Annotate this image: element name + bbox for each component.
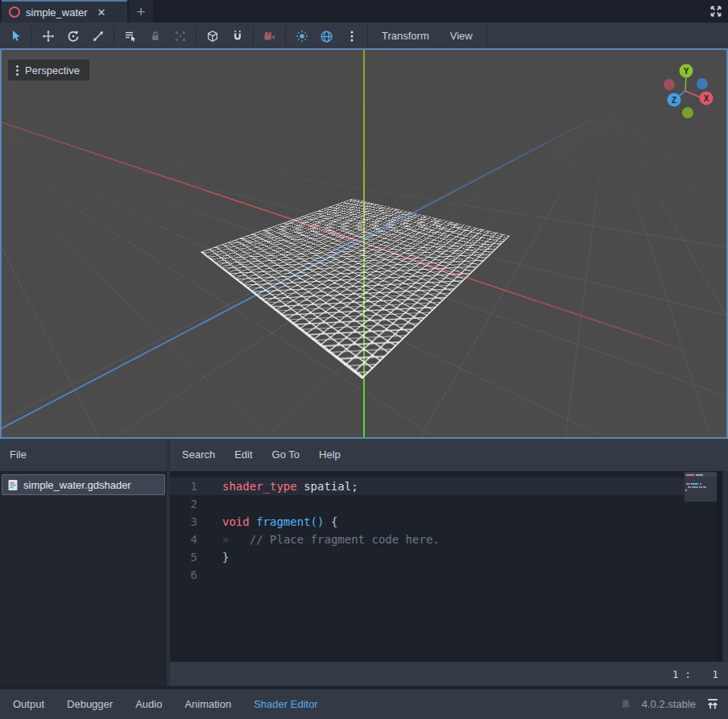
code-line[interactable]: 1shader_type spatial; xyxy=(170,477,722,495)
notification-bell-icon[interactable] xyxy=(619,698,632,711)
code-line[interactable]: 4» // Place fragment code here. xyxy=(170,531,722,548)
bottombar-tab-output[interactable]: Output xyxy=(2,689,56,719)
code-line[interactable]: 6 xyxy=(170,566,722,584)
list-select-tool-icon[interactable] xyxy=(118,23,143,50)
scene-icon xyxy=(9,6,20,18)
code-lines[interactable]: 1shader_type spatial;23void fragment() {… xyxy=(170,471,722,662)
editor-bottom-bar: OutputDebuggerAudioAnimationShader Edito… xyxy=(0,689,728,719)
close-tab-icon[interactable]: ✕ xyxy=(97,7,106,18)
rotate-tool-icon[interactable] xyxy=(60,23,85,50)
bottombar-tabs: OutputDebuggerAudioAnimationShader Edito… xyxy=(0,689,329,719)
gizmo-y-label: Y xyxy=(684,67,689,76)
fullscreen-icon[interactable] xyxy=(709,4,723,19)
minimap[interactable] xyxy=(685,472,717,502)
bottombar-tab-shader-editor[interactable]: Shader Editor xyxy=(242,689,329,719)
bottombar-tab-debugger[interactable]: Debugger xyxy=(56,689,124,719)
editor-right-gutter xyxy=(722,471,728,662)
perspective-label: Perspective xyxy=(25,64,80,76)
cursor-line-col: 1 : xyxy=(672,668,691,680)
gizmo-neg-y-axis[interactable] xyxy=(682,107,693,118)
toolbar-separator xyxy=(253,27,254,46)
editor-menus: SearchEditGo ToHelp xyxy=(170,439,728,471)
code-line[interactable]: 5} xyxy=(170,548,722,566)
viewport-toolbar: TransformView xyxy=(0,23,728,50)
toolbar-menu-view[interactable]: View xyxy=(440,23,483,50)
kebab-menu-icon xyxy=(16,65,19,76)
bottombar-tab-audio[interactable]: Audio xyxy=(124,689,173,719)
shader-file-icon xyxy=(7,479,19,491)
cursor-column: 1 xyxy=(712,668,718,680)
toolbar-separator xyxy=(486,27,487,46)
local-space-icon[interactable] xyxy=(200,23,225,50)
menu-edit[interactable]: Edit xyxy=(225,439,262,471)
gizmo-x-label: X xyxy=(704,94,709,103)
toolbar-separator xyxy=(285,27,286,46)
sun-icon[interactable] xyxy=(289,23,314,50)
tab-label: simple_water xyxy=(26,6,88,19)
scene-tab[interactable]: simple_water ✕ xyxy=(2,0,127,23)
snap-icon[interactable] xyxy=(225,23,250,50)
gizmo-z-label: Z xyxy=(672,96,676,105)
file-list-item[interactable]: simple_water.gdshader xyxy=(2,474,165,495)
shader-editor-panel: File simple_water.gdshader SearchEditGo … xyxy=(0,439,728,686)
toolbar-separator xyxy=(367,27,368,46)
lock-icon[interactable] xyxy=(143,23,168,50)
menu-go-to[interactable]: Go To xyxy=(263,439,309,471)
code-line[interactable]: 2 xyxy=(170,495,722,513)
code-editor[interactable]: 1shader_type spatial;23void fragment() {… xyxy=(170,471,728,662)
bottombar-tab-animation[interactable]: Animation xyxy=(173,689,242,719)
toolbar-separator xyxy=(196,27,196,46)
scene-tab-bar: simple_water ✕ + xyxy=(0,0,728,23)
move-tool-icon[interactable] xyxy=(35,23,60,50)
view-axis-gizmo[interactable]: Y X Z xyxy=(636,52,725,132)
new-tab-button[interactable]: + xyxy=(129,0,153,23)
select-tool-icon[interactable] xyxy=(3,23,28,50)
group-icon[interactable] xyxy=(168,23,192,50)
cursor-status-row: 1 : 1 xyxy=(170,662,728,686)
menu-help[interactable]: Help xyxy=(309,439,350,471)
toolbar-separator xyxy=(31,27,32,46)
water-plane-mesh xyxy=(240,129,470,359)
menu-search[interactable]: Search xyxy=(172,439,225,471)
code-line[interactable]: 3void fragment() { xyxy=(170,513,722,531)
toolbar-menu-transform[interactable]: Transform xyxy=(371,23,440,50)
kebab-menu-icon[interactable] xyxy=(339,23,364,50)
file-menu-row: File xyxy=(0,439,167,471)
viewport-canvas[interactable]: Perspective Y X Z xyxy=(2,50,726,437)
viewport-3d[interactable]: Perspective Y X Z xyxy=(0,48,728,439)
expand-bottom-panel-icon[interactable] xyxy=(705,697,720,711)
menu-file[interactable]: File xyxy=(0,439,36,471)
environment-icon[interactable] xyxy=(314,23,339,50)
gizmo-neg-z-axis[interactable] xyxy=(697,78,708,89)
version-label[interactable]: 4.0.2.stable xyxy=(642,698,696,710)
toolbar-menus: TransformView xyxy=(371,23,483,50)
perspective-menu[interactable]: Perspective xyxy=(8,60,89,81)
toolbar-separator xyxy=(114,27,114,46)
gizmo-neg-x-axis[interactable] xyxy=(664,79,675,90)
camera-preview-icon[interactable] xyxy=(257,23,282,50)
scale-tool-icon[interactable] xyxy=(85,23,110,50)
shader-file-list: simple_water.gdshader xyxy=(0,471,167,686)
